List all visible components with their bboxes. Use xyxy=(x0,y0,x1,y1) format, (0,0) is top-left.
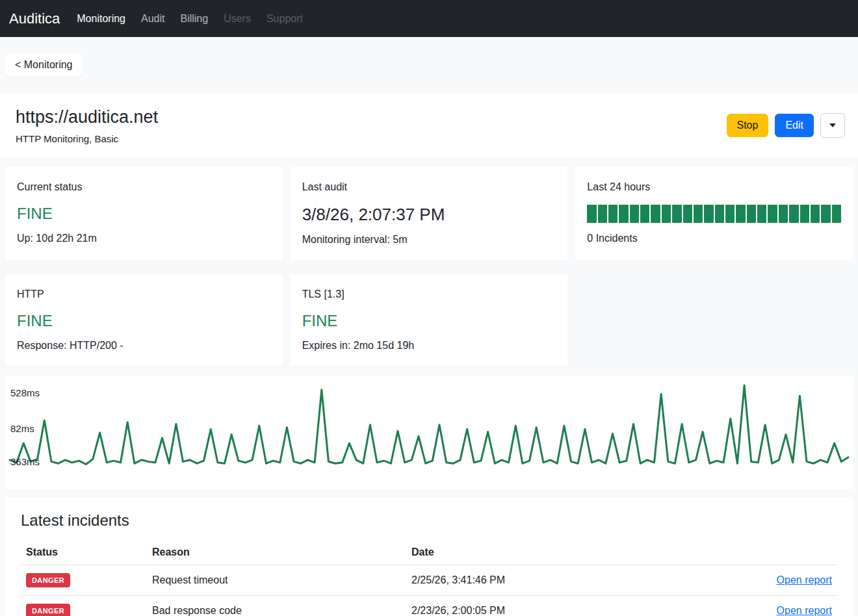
uptime-segment xyxy=(619,205,628,223)
caret-down-icon xyxy=(829,123,836,127)
status-badge: DANGER xyxy=(26,604,70,616)
page-title: https://auditica.net xyxy=(16,107,158,127)
tls-card: TLS [1.3] FINE Expires in: 2mo 15d 19h xyxy=(291,274,568,366)
nav-item-support[interactable]: Support xyxy=(266,13,303,25)
uptime-segment xyxy=(662,205,671,223)
uptime-segment xyxy=(587,205,596,223)
tls-status-value: FINE xyxy=(302,312,556,330)
column-header-actions xyxy=(686,540,837,565)
nav-item-billing[interactable]: Billing xyxy=(180,13,208,25)
open-report-link[interactable]: Open report xyxy=(777,605,832,616)
incidents-title: Latest incidents xyxy=(21,511,837,530)
open-report-link[interactable]: Open report xyxy=(777,574,832,585)
card-title: Current status xyxy=(17,181,271,193)
table-row: DANGER Bad response code 2/23/26, 2:00:0… xyxy=(21,596,837,616)
http-response-detail: Response: HTTP/200 - xyxy=(17,340,271,352)
current-status-card: Current status FINE Up: 10d 22h 21m xyxy=(5,167,283,260)
uptime-segment xyxy=(704,205,713,223)
last-audit-card: Last audit 3/8/26, 2:07:37 PM Monitoring… xyxy=(291,167,568,260)
uptime-segment xyxy=(757,205,766,223)
tls-expiry-detail: Expires in: 2mo 15d 19h xyxy=(302,340,556,352)
nav-links: Monitoring Audit Billing Users Support xyxy=(77,13,303,25)
uptime-segment xyxy=(651,205,660,223)
uptime-segment xyxy=(789,205,798,223)
uptime-segment xyxy=(672,205,681,223)
uptime-segment xyxy=(598,205,607,223)
incidents-table: Status Reason Date DANGER Request timeou… xyxy=(21,540,837,616)
uptime-segment xyxy=(608,205,618,223)
uptime-segment xyxy=(715,205,724,223)
uptime-segment xyxy=(736,205,745,223)
uptime-segment xyxy=(747,205,756,223)
y-axis-tick: 82ms xyxy=(10,423,34,434)
uptime-segment xyxy=(640,205,649,223)
uptime-segment xyxy=(768,205,777,223)
incident-date: 2/23/26, 2:00:05 PM xyxy=(406,596,686,616)
incidents-count: 0 Incidents xyxy=(587,233,841,244)
uptime-segment xyxy=(832,205,841,223)
http-status-value: FINE xyxy=(17,312,271,330)
uptime-segment xyxy=(630,205,639,223)
table-row: DANGER Request timeout 2/25/26, 3:41:46 … xyxy=(21,565,837,596)
status-value: FINE xyxy=(17,205,271,223)
incident-reason: Bad response code xyxy=(147,596,406,616)
incident-reason: Request timeout xyxy=(147,565,406,596)
latest-incidents-section: Latest incidents Status Reason Date DANG… xyxy=(5,497,853,616)
last-audit-timestamp: 3/8/26, 2:07:37 PM xyxy=(302,205,556,225)
empty-grid-cell xyxy=(575,274,853,366)
page-header-text: https://auditica.net HTTP Monitoring, Ba… xyxy=(16,107,158,144)
header-actions: Stop Edit xyxy=(727,113,846,138)
stat-cards-grid: Current status FINE Up: 10d 22h 21m Last… xyxy=(5,167,853,366)
nav-item-users[interactable]: Users xyxy=(224,13,251,25)
nav-item-audit[interactable]: Audit xyxy=(141,13,164,25)
brand-logo[interactable]: Auditica xyxy=(9,10,60,27)
column-header-date: Date xyxy=(406,540,686,565)
last-24-hours-card: Last 24 hours 0 Incidents xyxy=(575,167,853,260)
y-axis-tick: 528ms xyxy=(10,387,40,398)
nav-item-monitoring[interactable]: Monitoring xyxy=(77,13,125,25)
card-title: HTTP xyxy=(17,289,271,300)
card-title: Last 24 hours xyxy=(587,181,841,193)
uptime-segment xyxy=(683,205,692,223)
latency-chart-card: 528ms 82ms 363ms xyxy=(5,376,853,489)
page-header: https://auditica.net HTTP Monitoring, Ba… xyxy=(0,93,858,158)
more-actions-dropdown-button[interactable] xyxy=(820,113,845,138)
http-card: HTTP FINE Response: HTTP/200 - xyxy=(5,274,283,366)
uptime-segment xyxy=(694,205,703,223)
latency-line xyxy=(10,385,848,465)
stop-button[interactable]: Stop xyxy=(727,114,769,137)
uptime-segment xyxy=(811,205,820,223)
uptime-bar xyxy=(587,205,841,223)
uptime-segment xyxy=(779,205,788,223)
back-to-monitoring-button[interactable]: < Monitoring xyxy=(5,53,83,77)
uptime-segment xyxy=(725,205,734,223)
uptime-detail: Up: 10d 22h 21m xyxy=(17,233,271,244)
navbar: Auditica Monitoring Audit Billing Users … xyxy=(0,0,858,37)
edit-button[interactable]: Edit xyxy=(775,114,814,137)
uptime-segment xyxy=(821,205,830,223)
column-header-reason: Reason xyxy=(147,540,406,565)
card-title: TLS [1.3] xyxy=(302,289,556,300)
breadcrumb: < Monitoring xyxy=(0,37,858,84)
y-axis-tick: 363ms xyxy=(10,456,40,467)
incident-date: 2/25/26, 3:41:46 PM xyxy=(406,565,686,596)
page-subtitle: HTTP Monitoring, Basic xyxy=(16,133,158,144)
column-header-status: Status xyxy=(21,540,147,565)
incidents-header-row: Status Reason Date xyxy=(21,540,837,565)
monitoring-interval: Monitoring interval: 5m xyxy=(302,234,556,246)
uptime-segment xyxy=(800,205,809,223)
card-title: Last audit xyxy=(302,181,556,193)
status-badge: DANGER xyxy=(26,573,70,587)
latency-chart-svg xyxy=(5,376,853,489)
